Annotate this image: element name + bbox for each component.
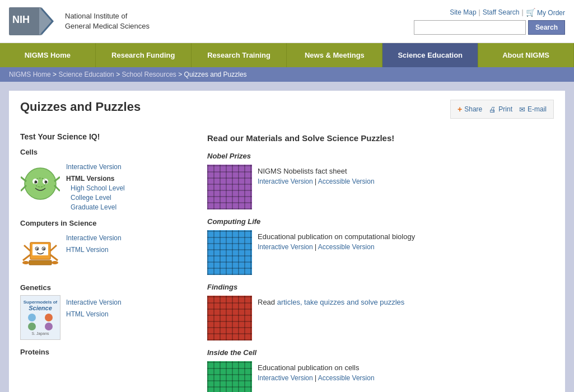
print-icon: 🖨 xyxy=(489,105,496,114)
computers-title: Computers in Science xyxy=(20,219,194,227)
inside-cell-item: Educational publication on cells Interac… xyxy=(207,361,554,392)
logo-area: NIH National Institute of General Medica… xyxy=(9,4,150,38)
left-col: Test Your Science IQ! Cells xyxy=(20,132,194,392)
search-area: Search xyxy=(414,20,565,35)
breadcrumb-current: Quizzes and Puzzles xyxy=(184,71,247,78)
genetics-image: Supermodels of Science S xyxy=(20,295,60,340)
computers-html-link[interactable]: HTML Version xyxy=(66,246,122,254)
cells-image xyxy=(20,160,60,204)
nobel-accessible-link[interactable]: Accessible Version xyxy=(318,178,375,185)
cells-graduate-link[interactable]: Graduate Level xyxy=(71,203,125,211)
findings-link[interactable]: articles, take quizzes and solve puzzles xyxy=(277,298,405,306)
nav-about-nigms[interactable]: About NIGMS xyxy=(478,43,574,67)
logo-text: National Institute of General Medical Sc… xyxy=(65,11,150,31)
right-col: Read our Materials and Solve Science Puz… xyxy=(207,132,554,392)
section-genetics: Genetics Supermodels of Science xyxy=(20,283,194,340)
nav-news-meetings[interactable]: News & Meetings xyxy=(287,43,382,67)
computing-image xyxy=(207,230,252,275)
svg-line-24 xyxy=(50,255,58,260)
category-computing: Computing Life Educational publication o… xyxy=(207,217,554,275)
category-inside-cell: Inside the Cell Educational publication … xyxy=(207,348,554,392)
genetics-html-link[interactable]: HTML Version xyxy=(66,310,122,318)
section-computers: Computers in Science xyxy=(20,219,194,276)
email-button[interactable]: ✉ E-mail xyxy=(519,105,547,114)
section-proteins: Proteins xyxy=(20,348,194,356)
svg-line-21 xyxy=(24,245,30,251)
genetics-interactive-link[interactable]: Interactive Version xyxy=(66,298,122,306)
findings-image xyxy=(207,296,252,340)
computers-interactive-link[interactable]: Interactive Version xyxy=(66,234,122,242)
action-bar: + Share 🖨 Print ✉ E-mail xyxy=(450,100,554,119)
svg-point-25 xyxy=(22,261,29,264)
share-button[interactable]: + Share xyxy=(458,105,482,114)
proteins-title: Proteins xyxy=(20,348,194,356)
main-content: Quizzes and Puzzles + Share 🖨 Print ✉ E-… xyxy=(9,91,565,392)
findings-title: Findings xyxy=(207,283,554,291)
staff-search-link[interactable]: Staff Search xyxy=(483,8,520,16)
breadcrumb-nigms-home[interactable]: NIGMS Home xyxy=(9,71,51,78)
cart-icon: 🛒 xyxy=(526,8,535,17)
inside-cell-info: Educational publication on cells Interac… xyxy=(258,361,375,382)
findings-info: Read articles, take quizzes and solve pu… xyxy=(258,296,404,306)
nih-logo: NIH xyxy=(9,4,59,38)
category-findings: Findings Read articles, take quizzes and… xyxy=(207,283,554,340)
breadcrumb-science-education[interactable]: Science Education xyxy=(58,71,114,78)
nobel-item: NIGMS Nobelists fact sheet Interactive V… xyxy=(207,165,554,209)
nav-nigms-home[interactable]: NIGMS Home xyxy=(0,43,96,67)
svg-marker-3 xyxy=(39,7,52,35)
computing-name: Educational publication on computational… xyxy=(258,232,415,241)
search-input[interactable] xyxy=(414,20,526,35)
two-col: Test Your Science IQ! Cells xyxy=(20,132,554,392)
inside-cell-image xyxy=(207,361,252,392)
top-bar: NIH National Institute of General Medica… xyxy=(0,0,574,43)
genetics-title: Genetics xyxy=(20,283,194,292)
section-cells: Cells xyxy=(20,148,194,211)
svg-point-19 xyxy=(43,248,45,250)
svg-point-4 xyxy=(25,168,56,199)
inside-cell-accessible-link[interactable]: Accessible Version xyxy=(318,374,375,382)
svg-line-22 xyxy=(23,255,30,260)
email-icon: ✉ xyxy=(519,105,525,114)
genetics-links: Interactive Version HTML Version xyxy=(66,295,122,318)
nav-research-funding[interactable]: Research Funding xyxy=(96,43,192,67)
top-links: Site Map | Staff Search | 🛒 My Order xyxy=(450,8,565,17)
nav-research-training[interactable]: Research Training xyxy=(192,43,287,67)
print-button[interactable]: 🖨 Print xyxy=(489,105,512,114)
svg-point-26 xyxy=(52,261,58,264)
cells-html-label: HTML Versions xyxy=(66,175,125,183)
inside-cell-title: Inside the Cell xyxy=(207,348,554,357)
nobel-name: NIGMS Nobelists fact sheet xyxy=(258,167,375,175)
computing-title: Computing Life xyxy=(207,217,554,226)
computing-item: Educational publication on computational… xyxy=(207,230,554,275)
page-title: Quizzes and Puzzles xyxy=(20,100,141,114)
svg-rect-20 xyxy=(29,260,52,265)
share-icon: + xyxy=(458,105,462,114)
nobel-interactive-link[interactable]: Interactive Version xyxy=(258,178,313,185)
svg-point-18 xyxy=(36,248,38,250)
logo-line2: General Medical Sciences xyxy=(65,21,150,31)
breadcrumb: NIGMS Home > Science Education > School … xyxy=(0,67,574,82)
cells-college-link[interactable]: College Level xyxy=(71,194,125,202)
inside-cell-name: Educational publication on cells xyxy=(258,363,375,372)
computers-image xyxy=(20,231,60,276)
computing-accessible-link[interactable]: Accessible Version xyxy=(318,243,375,251)
breadcrumb-school-resources[interactable]: School Resources xyxy=(122,71,176,78)
cells-title: Cells xyxy=(20,148,194,156)
svg-line-23 xyxy=(50,245,57,251)
nav-science-education[interactable]: Science Education xyxy=(382,43,478,67)
my-order-link[interactable]: 🛒 My Order xyxy=(526,8,565,17)
site-map-link[interactable]: Site Map xyxy=(450,8,476,16)
cells-high-school-link[interactable]: High School Level xyxy=(71,184,125,192)
search-button[interactable]: Search xyxy=(528,20,565,35)
nobel-info: NIGMS Nobelists fact sheet Interactive V… xyxy=(258,165,375,185)
left-header: Test Your Science IQ! xyxy=(20,132,194,141)
nobel-title: Nobel Prizes xyxy=(207,152,554,160)
top-right: Site Map | Staff Search | 🛒 My Order Sea… xyxy=(414,8,565,35)
main-nav: NIGMS Home Research Funding Research Tra… xyxy=(0,43,574,67)
computing-info: Educational publication on computational… xyxy=(258,230,415,251)
inside-cell-interactive-link[interactable]: Interactive Version xyxy=(258,374,313,382)
findings-item: Read articles, take quizzes and solve pu… xyxy=(207,296,554,340)
content-wrapper: Quizzes and Puzzles + Share 🖨 Print ✉ E-… xyxy=(0,82,574,392)
computing-interactive-link[interactable]: Interactive Version xyxy=(258,243,313,251)
cells-interactive-link[interactable]: Interactive Version xyxy=(66,163,125,171)
